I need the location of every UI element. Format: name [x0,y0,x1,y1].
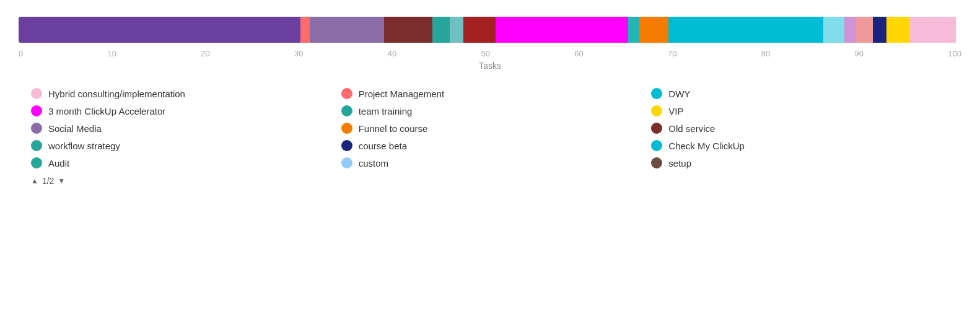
bar-segment [300,17,310,43]
bar-segment [823,17,844,43]
stacked-bar-wrapper [19,12,961,46]
pagination-down-arrow[interactable]: ▼ [58,177,65,185]
legend-item: setup [651,157,949,168]
bar-segment [496,17,628,43]
legend-item: workflow strategy [31,140,329,151]
axis-tick: 0 [19,49,23,58]
bar-segment [668,17,824,43]
bar-segment [909,17,955,43]
legend-label: workflow strategy [48,141,120,151]
legend-dot [341,88,352,99]
axis-tick: 70 [668,49,676,58]
legend-label: team training [359,106,413,116]
legend-label: Project Management [359,89,444,99]
bar-segment [873,17,886,43]
axis-tick: 10 [108,49,116,58]
legend-dot [341,123,352,134]
legend-item: VIP [651,105,949,116]
legend-dot [651,123,662,134]
bar-segment [384,17,432,43]
axis-tick: 80 [761,49,770,58]
pagination-up-arrow[interactable]: ▲ [31,177,38,185]
legend-label: Audit [48,158,69,168]
legend-item: Funnel to course [341,123,639,134]
bar-segment [463,17,496,43]
legend-label: setup [668,158,691,168]
legend-label: course beta [359,141,407,151]
legend-label: Old service [668,123,715,134]
legend-item: Old service [651,123,949,134]
legend-dot [31,140,42,151]
legend-item: Check My ClickUp [651,140,949,151]
bar-segment [19,17,300,43]
bar-segment [310,17,385,43]
axis-ticks: 0102030405060708090100 [19,49,961,58]
legend-label: 3 month ClickUp Accelerator [48,106,165,116]
legend-item: team training [341,105,639,116]
legend-dot [31,105,42,116]
legend-label: Funnel to course [359,123,428,134]
bar-segment [639,17,668,43]
stacked-bar [19,17,961,43]
bar-segment [886,17,909,43]
bar-segment [844,17,856,43]
legend-dot [341,157,352,168]
legend-dot [651,105,662,116]
bar-segment [855,17,873,43]
axis-tick: 20 [201,49,209,58]
pagination: ▲ 1/2 ▼ [19,168,961,186]
legend-item: Hybrid consulting/implementation [31,88,329,99]
legend-dot [31,123,42,134]
legend-label: DWY [668,89,690,99]
axis-tick: 100 [948,49,961,58]
legend-item: Social Media [31,123,329,134]
legend: Hybrid consulting/implementationProject … [19,88,961,168]
bar-segment [628,17,640,43]
axis-tick: 50 [481,49,490,58]
bar-segment [432,17,450,43]
legend-dot [341,105,352,116]
pagination-current: 1/2 [42,176,54,186]
legend-dot [651,88,662,99]
axis-tick: 60 [574,49,583,58]
legend-item: Audit [31,157,329,168]
legend-label: Check My ClickUp [668,141,745,151]
legend-item: custom [341,157,639,168]
legend-label: custom [359,158,388,168]
legend-dot [341,140,352,151]
legend-item: 3 month ClickUp Accelerator [31,105,329,116]
legend-label: Social Media [48,123,102,134]
legend-dot [31,88,42,99]
legend-dot [651,140,662,151]
legend-dot [651,157,662,168]
chart-container: 0102030405060708090100 Tasks Hybrid cons… [0,0,980,186]
axis-container: 0102030405060708090100 Tasks [19,49,961,71]
legend-item: DWY [651,88,949,99]
legend-item: course beta [341,140,639,151]
axis-label: Tasks [19,61,961,71]
legend-item: Project Management [341,88,639,99]
legend-dot [31,157,42,168]
axis-tick: 90 [855,49,864,58]
legend-label: Hybrid consulting/implementation [48,89,185,99]
axis-tick: 30 [294,49,303,58]
bar-segment [450,17,463,43]
bar-segment [956,17,961,43]
legend-label: VIP [668,106,683,116]
axis-tick: 40 [388,49,396,58]
